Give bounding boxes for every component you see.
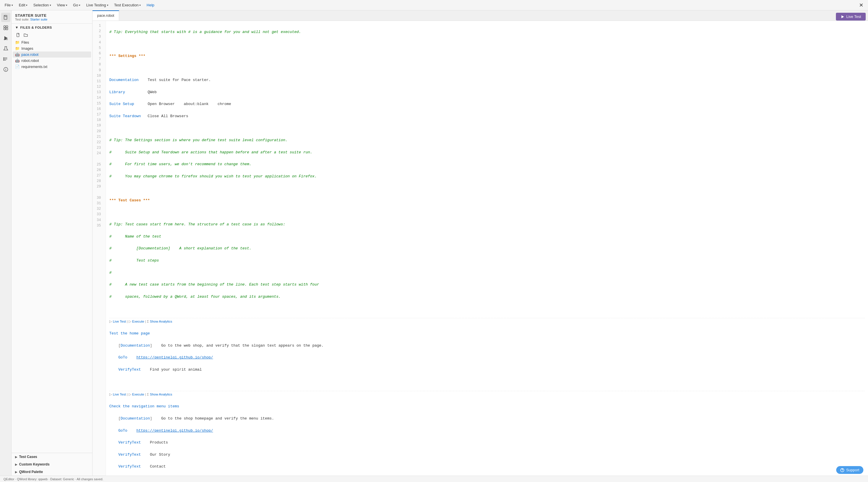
file-pace-robot[interactable]: 🤖 pace.robot 🗑 xyxy=(13,52,91,58)
line-24-action: ▷ Live Test | ▷ Execute | Σ Show Analyti… xyxy=(109,318,865,325)
line-10: # Tip: The Settings section is where you… xyxy=(109,138,865,144)
folder-images-label: Images xyxy=(21,47,84,51)
line-8: Suite Teardown Close All Browsers xyxy=(109,113,865,119)
test-cases-label: Test Cases xyxy=(19,455,37,459)
line-30: Check the navigation menu items xyxy=(109,403,865,410)
svg-rect-1 xyxy=(4,26,5,28)
line-28: VerifyText Find your spirit animal xyxy=(109,367,865,373)
live-test-link-2[interactable]: Live Test xyxy=(113,393,126,396)
line-33: VerifyText Products xyxy=(109,440,865,446)
qword-palette-chevron: ▶ xyxy=(15,471,17,474)
line-29 xyxy=(109,379,865,385)
menu-live-testing[interactable]: Live Testing ▾ xyxy=(84,2,111,8)
file-requirements[interactable]: 📄 requirements.txt 🗑 xyxy=(13,64,91,70)
test-cases-chevron: ▶ xyxy=(15,455,17,458)
file-pace-robot-label: pace.robot xyxy=(21,53,84,57)
custom-keywords-section[interactable]: ▶ Custom Keywords xyxy=(11,460,92,468)
live-test-button[interactable]: Live Test xyxy=(836,13,866,21)
robot-file-icon: 🤖 xyxy=(15,52,20,57)
live-test-link-1[interactable]: Live Test xyxy=(113,320,126,323)
file-panel: Starter suite Test suite: Starter suite … xyxy=(11,10,93,476)
icon-sidebar xyxy=(0,10,11,476)
code-content: # Tip: Everything that starts with # is … xyxy=(106,21,868,476)
line-14 xyxy=(109,186,865,192)
svg-rect-4 xyxy=(6,28,8,30)
execute-link-1[interactable]: Execute xyxy=(132,320,144,323)
line-25: Test the home page xyxy=(109,331,865,337)
menu-help[interactable]: Help xyxy=(144,2,157,8)
new-folder-btn[interactable] xyxy=(23,32,29,38)
qword-palette-section[interactable]: ▶ QWord Palette xyxy=(11,468,92,476)
folder-files[interactable]: 📁 Files 🗑 xyxy=(13,39,91,46)
menu-view[interactable]: View ▾ xyxy=(55,2,70,8)
tab-bar: pace.robot Live Test xyxy=(93,10,868,21)
line-7: Suite Setup Open Browser about:blank chr… xyxy=(109,101,865,107)
line-31: [Documentation] Go to the shop homepage … xyxy=(109,416,865,422)
qword-palette-label: QWord Palette xyxy=(19,470,43,474)
list-icon-btn[interactable] xyxy=(1,54,10,64)
main-layout: Starter suite Test suite: Starter suite … xyxy=(0,10,868,476)
file-robot-robot-label: robot.robot xyxy=(21,59,84,63)
line-34: VerifyText Our Story xyxy=(109,452,865,458)
collapse-icon[interactable]: ▼ xyxy=(15,26,19,30)
folder-icon: 📁 xyxy=(15,40,20,44)
files-icon-btn[interactable] xyxy=(1,13,10,22)
file-list: 📁 Files 🗑 📁 Images 🗑 🤖 pace.robot 🗑 🤖 ro… xyxy=(11,39,92,453)
test-cases-section[interactable]: ▶ Test Cases xyxy=(11,453,92,460)
tab-pace-robot[interactable]: pace.robot xyxy=(93,10,119,21)
line-13: # You may change chrome to firefox shoul… xyxy=(109,174,865,180)
support-button[interactable]: Support xyxy=(836,466,863,474)
line-12: # For first time users, we don't recomme… xyxy=(109,161,865,168)
status-bar: QEditor · QWord library: qqweb · Dataset… xyxy=(0,476,868,482)
suite-link[interactable]: Starter suite xyxy=(30,18,48,21)
line-4 xyxy=(109,65,865,71)
menu-selection[interactable]: Selection ▾ xyxy=(31,2,53,8)
svg-rect-3 xyxy=(4,28,5,30)
tab-label: pace.robot xyxy=(97,13,114,18)
live-test-label: Live Test xyxy=(846,14,861,19)
suite-subtitle: Test suite: Starter suite xyxy=(15,18,89,21)
blocks-icon-btn[interactable] xyxy=(1,23,10,32)
url-link-1[interactable]: https://qentinelqi.github.io/shop/ xyxy=(136,355,213,360)
file-robot-robot[interactable]: 🤖 robot.robot 🗑 xyxy=(13,58,91,64)
svg-marker-18 xyxy=(841,15,844,18)
url-link-2[interactable]: https://qentinelqi.github.io/shop/ xyxy=(136,428,213,433)
show-analytics-link-2[interactable]: Show Analytics xyxy=(150,393,172,396)
execute-link-2[interactable]: Execute xyxy=(132,393,144,396)
menu-file[interactable]: File ▾ xyxy=(2,2,15,8)
menu-edit[interactable]: Edit ▾ xyxy=(17,2,30,8)
file-tree-toolbar xyxy=(11,31,92,39)
close-button[interactable]: ✕ xyxy=(857,1,866,9)
menu-go[interactable]: Go ▾ xyxy=(71,2,83,8)
editor-area: pace.robot Live Test 1 2 3 4 5 6 7 8 9 xyxy=(93,10,868,476)
run-icon-btn[interactable] xyxy=(1,34,10,43)
file-requirements-label: requirements.txt xyxy=(21,65,84,69)
menu-test-execution[interactable]: Test Execution ▾ xyxy=(112,2,144,8)
folder-images[interactable]: 📁 Images 🗑 xyxy=(13,46,91,52)
line-6: Library QWeb xyxy=(109,89,865,95)
line-22: # A new test case starts from the beginn… xyxy=(109,282,865,288)
line-21: # xyxy=(109,270,865,276)
line-29-action: ▷ Live Test | ▷ Execute | Σ Show Analyti… xyxy=(109,391,865,397)
line-11: # Suite Setup and Teardown are actions t… xyxy=(109,150,865,156)
info-icon-btn[interactable] xyxy=(1,65,10,74)
folder-files-label: Files xyxy=(21,40,84,44)
flask-icon-btn[interactable] xyxy=(1,44,10,53)
folder-icon-images: 📁 xyxy=(15,46,20,51)
new-file-btn[interactable] xyxy=(15,32,21,38)
svg-point-12 xyxy=(3,59,4,59)
line-2 xyxy=(109,41,865,47)
line-32: GoTo https://qentinelqi.github.io/shop/ xyxy=(109,428,865,434)
line-15: *** Test Cases *** xyxy=(109,198,865,204)
bottom-sections: ▶ Test Cases ▶ Custom Keywords ▶ QWord P… xyxy=(11,453,92,476)
file-tree-header: ▼ Files & Folders xyxy=(11,24,92,31)
support-label: Support xyxy=(846,468,859,472)
line-35: VerifyText Contact xyxy=(109,464,865,470)
line-18: # Name of the test xyxy=(109,234,865,240)
line-1: # Tip: Everything that starts with # is … xyxy=(109,29,865,35)
show-analytics-link-1[interactable]: Show Analytics xyxy=(150,320,172,323)
line-17: # Tip: Test cases start from here. The s… xyxy=(109,221,865,228)
panel-header: Starter suite Test suite: Starter suite xyxy=(11,10,92,22)
code-editor[interactable]: 1 2 3 4 5 6 7 8 9 10 11 12 13 14 15 16 1… xyxy=(93,21,868,476)
line-9 xyxy=(109,126,865,132)
